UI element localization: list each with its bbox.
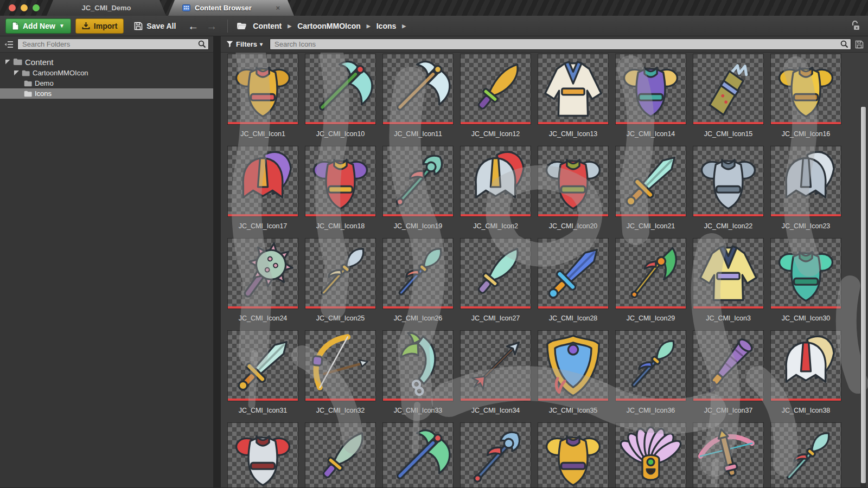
asset-item[interactable] (461, 423, 531, 487)
asset-item[interactable]: JC_CMI_Icon23 (771, 146, 841, 239)
asset-item[interactable]: JC_CMI_Icon32 (305, 331, 375, 423)
search-assets-input[interactable] (270, 38, 851, 50)
asset-name-label: JC_CMI_Icon25 (305, 314, 375, 322)
asset-item[interactable]: JC_CMI_Icon19 (383, 146, 453, 239)
asset-item[interactable]: JC_CMI_Icon14 (616, 54, 686, 146)
tab-jc-cmi-demo[interactable]: JC_CMI_Demo (47, 0, 166, 16)
breadcrumb-icons[interactable]: Icons (376, 22, 397, 30)
broad-axe-icon (383, 54, 453, 124)
breadcrumb-separator-icon[interactable]: ▶ (367, 23, 371, 29)
asset-item[interactable] (383, 423, 453, 487)
asset-item[interactable]: JC_CMI_Icon11 (383, 54, 453, 146)
asset-item[interactable]: JC_CMI_Icon12 (461, 54, 531, 146)
expand-arrow-icon[interactable] (14, 70, 19, 75)
minimize-window-icon[interactable] (21, 4, 28, 11)
tree-item-demo[interactable]: Demo (0, 78, 213, 88)
white-blue-robe-icon (538, 54, 608, 124)
silver-head-spear-icon (305, 239, 375, 309)
save-all-button[interactable]: Save All (128, 18, 182, 34)
asset-name-label: JC_CMI_Icon36 (616, 407, 686, 414)
save-search-button[interactable] (855, 40, 864, 49)
scrollbar-thumb[interactable] (861, 107, 866, 483)
breadcrumb-separator-icon[interactable]: ▶ (402, 23, 406, 29)
asset-item[interactable]: JC_CMI_Icon21 (616, 146, 686, 239)
asset-item[interactable] (538, 423, 608, 487)
vertical-scrollbar[interactable] (860, 107, 866, 487)
search-folders-input[interactable] (17, 38, 209, 50)
asset-name-label: JC_CMI_Icon24 (228, 314, 298, 322)
asset-item[interactable]: JC_CMI_Icon13 (538, 54, 608, 146)
asset-thumbnail-checkerboard (616, 331, 686, 401)
asset-item[interactable]: JC_CMI_Icon10 (305, 54, 375, 146)
filter-funnel-icon (226, 41, 233, 48)
asset-thumbnail-checkerboard (616, 146, 686, 216)
teal-spear-red-tassel-icon (771, 423, 841, 487)
content-browser-grid-icon (182, 4, 190, 12)
asset-item[interactable]: JC_CMI_Icon33 (383, 331, 453, 423)
asset-panel: Filters ▾ (221, 36, 868, 487)
asset-item[interactable]: JC_CMI_Icon27 (461, 239, 531, 331)
back-button[interactable]: ← (186, 21, 200, 31)
asset-item[interactable]: JC_CMI_Icon1 (228, 54, 298, 146)
import-button[interactable]: Import (75, 18, 124, 34)
filters-button[interactable]: Filters ▾ (225, 40, 266, 48)
asset-name-label: JC_CMI_Icon32 (305, 407, 375, 414)
asset-item[interactable]: JC_CMI_Icon22 (693, 146, 763, 239)
teal-staff-red-ribbon-icon (383, 146, 453, 216)
asset-thumbnail-checkerboard (461, 423, 531, 487)
tree-item-label: CartoonMMOIcon (33, 69, 88, 77)
asset-item[interactable]: JC_CMI_Icon28 (538, 239, 608, 331)
asset-item[interactable]: JC_CMI_Icon29 (616, 239, 686, 331)
asset-item[interactable]: JC_CMI_Icon26 (383, 239, 453, 331)
asset-item[interactable]: JC_CMI_Icon18 (305, 146, 375, 239)
asset-item[interactable]: JC_CMI_Icon20 (538, 146, 608, 239)
tree-item-label: Icons (35, 89, 52, 98)
expand-arrow-icon[interactable] (5, 60, 10, 65)
asset-name-label: JC_CMI_Icon35 (538, 407, 608, 414)
add-new-button[interactable]: Add New ▼ (5, 18, 71, 34)
asset-item[interactable]: JC_CMI_Icon3 (693, 239, 763, 331)
lock-content-browser-button[interactable] (851, 21, 860, 31)
tree-item-cartoonmmoicon[interactable]: CartoonMMOIcon (0, 68, 213, 78)
asset-thumbnail-checkerboard (538, 423, 608, 487)
maximize-window-icon[interactable] (33, 4, 40, 11)
sources-toggle-icon[interactable] (4, 41, 14, 48)
breadcrumb-cartoonmmoicon[interactable]: CartoonMMOIcon (297, 22, 361, 30)
asset-thumbnail-checkerboard (461, 146, 531, 216)
asset-item[interactable]: JC_CMI_Icon34 (461, 331, 531, 423)
breadcrumb-content[interactable]: Content (253, 22, 282, 30)
asset-item[interactable]: JC_CMI_Icon15 (693, 54, 763, 146)
asset-item[interactable] (771, 423, 841, 487)
asset-item[interactable] (693, 423, 763, 487)
close-window-icon[interactable] (9, 4, 16, 11)
asset-item[interactable]: JC_CMI_Icon25 (305, 239, 375, 331)
forward-button[interactable]: → (205, 21, 219, 31)
asset-item[interactable] (616, 423, 686, 487)
asset-item[interactable] (228, 423, 298, 487)
tree-item-content[interactable]: Content (0, 56, 213, 68)
spiked-mace-icon (228, 239, 298, 309)
asset-item[interactable]: JC_CMI_Icon37 (693, 331, 763, 423)
asset-item[interactable] (305, 423, 375, 487)
close-tab-icon[interactable]: × (276, 4, 280, 12)
asset-item[interactable]: JC_CMI_Icon24 (228, 239, 298, 331)
asset-item[interactable]: JC_CMI_Icon2 (461, 146, 531, 239)
asset-item[interactable]: JC_CMI_Icon38 (771, 331, 841, 423)
asset-item[interactable]: JC_CMI_Icon35 (538, 331, 608, 423)
tree-item-icons[interactable]: Icons (0, 88, 213, 99)
gold-plate-armor-icon (771, 54, 841, 124)
panel-divider[interactable] (213, 36, 221, 487)
breadcrumb: Content ▶ CartoonMMOIcon ▶ Icons ▶ (237, 22, 406, 30)
purple-club-mace-icon (693, 331, 763, 401)
asset-item[interactable]: JC_CMI_Icon36 (616, 331, 686, 423)
asset-thumbnail-checkerboard (305, 331, 375, 401)
asset-item[interactable]: JC_CMI_Icon30 (771, 239, 841, 331)
asset-item[interactable]: JC_CMI_Icon31 (228, 331, 298, 423)
asset-item[interactable]: JC_CMI_Icon16 (771, 54, 841, 146)
asset-name-label: JC_CMI_Icon18 (305, 222, 375, 230)
asset-item[interactable]: JC_CMI_Icon17 (228, 146, 298, 239)
tab-content-browser[interactable]: Content Browser × (168, 0, 294, 16)
asset-thumbnail-checkerboard (538, 146, 608, 216)
asset-thumbnail-checkerboard (461, 239, 531, 309)
breadcrumb-separator-icon[interactable]: ▶ (288, 23, 291, 29)
